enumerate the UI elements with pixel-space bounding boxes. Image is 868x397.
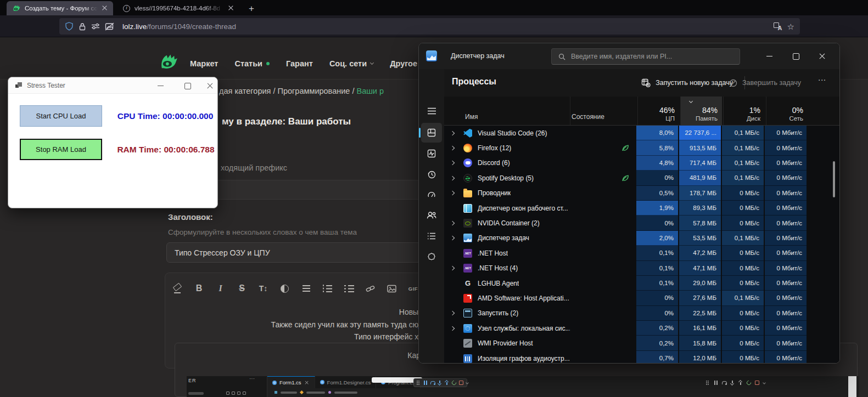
strikethrough-icon[interactable]: S: [237, 283, 247, 294]
close-button[interactable]: [811, 48, 833, 64]
browser-tab-vless[interactable]: vless//1995674b-4218-4d6f-8d: [117, 1, 239, 15]
blocked-content-icon[interactable]: [105, 22, 114, 31]
expand-chevron-icon[interactable]: [450, 311, 455, 315]
vscode-tab[interactable]: Form1.Designer.cs: [315, 376, 377, 388]
expand-chevron-icon[interactable]: [450, 236, 455, 240]
scrollbar-thumb[interactable]: [833, 161, 835, 197]
nav-item-Статьи[interactable]: Статьи: [234, 59, 270, 68]
sidebar-item-users[interactable]: [421, 205, 442, 225]
nav-item-Гарант[interactable]: Гарант: [286, 59, 313, 68]
expand-chevron-icon[interactable]: [450, 146, 455, 150]
remove-format-icon[interactable]: [172, 283, 183, 294]
expand-chevron-icon[interactable]: [450, 326, 455, 331]
run-new-task-button[interactable]: Запустить новую задачу: [637, 75, 737, 90]
expand-chevron-icon[interactable]: [450, 221, 455, 225]
step-into-icon[interactable]: [438, 381, 442, 385]
forum-logo-icon[interactable]: [158, 53, 178, 71]
breadcrumb[interactable]: дая категория / Программирование / Ваши …: [219, 87, 384, 95]
minimize-button[interactable]: [758, 48, 780, 64]
numbered-list-icon[interactable]: [344, 283, 354, 294]
drag-grip-icon[interactable]: [416, 381, 421, 385]
maximize-button[interactable]: [785, 48, 807, 64]
process-row[interactable]: WMI Provider Host 0,2% 15,8 МБ 0 МБ/с 0 …: [446, 336, 807, 350]
stress-titlebar[interactable]: Stress Tester: [8, 77, 217, 94]
column-disk[interactable]: 1% Диск: [723, 97, 765, 125]
gif-icon[interactable]: GIF: [408, 283, 418, 294]
align-icon[interactable]: [301, 283, 311, 294]
url-text[interactable]: lolz.live/forums/1049/create-thread: [122, 22, 769, 31]
image-icon[interactable]: [387, 283, 397, 294]
translate-icon[interactable]: [774, 22, 782, 30]
process-row[interactable]: Узел службы: локальная сис... 0,2% 16,1 …: [446, 321, 807, 336]
stop-icon[interactable]: [459, 381, 463, 385]
step-out-icon[interactable]: [445, 381, 449, 385]
new-tab-button[interactable]: +: [245, 2, 258, 15]
breadcrumb-trail[interactable]: дая категория / Программирование /: [219, 87, 357, 95]
close-button[interactable]: [201, 77, 219, 94]
expand-chevron-icon[interactable]: [450, 266, 455, 270]
sidebar-item-startup-apps[interactable]: [421, 185, 442, 205]
font-size-icon[interactable]: T↕: [258, 283, 268, 294]
more-options-button[interactable]: ...: [818, 73, 826, 82]
process-row[interactable]: Проводник 0,5% 178,7 МБ 0 МБ/с 0 Мбит/с: [446, 186, 807, 201]
chevron-down-icon[interactable]: [466, 381, 469, 385]
process-row[interactable]: Изоляция графов аудиоустр... 0,7% 12,0 М…: [446, 351, 807, 364]
expand-chevron-icon[interactable]: [450, 131, 455, 135]
tm-titlebar[interactable]: Диспетчер задач Введите имя, издателя ил…: [419, 43, 839, 69]
nav-item-Маркет[interactable]: Маркет: [190, 59, 218, 68]
sidebar-item-app-history[interactable]: [421, 165, 442, 184]
process-row[interactable]: .NET Host 0,1% 47,2 МБ 0 МБ/с 0 Мбит/с: [446, 246, 807, 260]
process-row[interactable]: AMD Software: Host Applicati... 0% 27,6 …: [446, 291, 807, 305]
sidebar-item-performance[interactable]: [421, 144, 442, 163]
column-name[interactable]: Имя: [446, 97, 570, 125]
process-row[interactable]: Диспетчер задач 2,0% 53,5 МБ 0,1 МБ/с 0 …: [446, 231, 807, 246]
text-color-icon[interactable]: [279, 283, 290, 294]
tab-close-icon[interactable]: [305, 381, 309, 384]
bullet-list-icon[interactable]: [322, 283, 333, 294]
process-row[interactable]: Запустить (2) 0% 22,5 МБ 0 МБ/с 0 Мбит/с: [446, 306, 807, 321]
column-memory[interactable]: 84% Память: [680, 97, 722, 125]
expand-chevron-icon[interactable]: [450, 191, 455, 195]
process-row[interactable]: Discord (6) 4,8% 717,4 МБ 0,1 МБ/с 0 Мби…: [446, 156, 807, 171]
end-task-button[interactable]: Завершить задачу: [725, 75, 805, 90]
step-over-icon[interactable]: [430, 381, 435, 385]
menu-hamburger-icon[interactable]: [421, 101, 442, 121]
browser-tab-create-thread[interactable]: Создать тему - Форум социал: [7, 1, 113, 15]
process-row[interactable]: .NET Host (4) 0,1% 47,1 МБ 0 МБ/с 0 Мбит…: [446, 261, 807, 276]
process-row[interactable]: Диспетчер окон рабочего ст... 1,9% 89,3 …: [446, 201, 807, 215]
vscode-tab[interactable]: Form1.cs: [267, 376, 315, 388]
expand-chevron-icon[interactable]: [450, 176, 455, 180]
process-row[interactable]: Visual Studio Code (26) 8,0% 22 737,6 ..…: [446, 126, 807, 140]
process-row[interactable]: LGHUB Agent 0,1% 29,0 МБ 0 МБ/с 0 Мбит/с: [446, 276, 807, 291]
maximize-button[interactable]: [176, 77, 198, 94]
stop-ram-load-button[interactable]: Stop RAM Load: [20, 139, 102, 160]
column-network[interactable]: 0% Сеть: [766, 97, 808, 125]
nav-item-Соц. сети[interactable]: Соц. сети: [329, 59, 373, 68]
tm-search-input[interactable]: Введите имя, издателя или PI...: [551, 48, 740, 65]
editor-text[interactable]: Новый Также сидел учил как эту память ту…: [271, 306, 423, 343]
url-bar[interactable]: lolz.live/forums/1049/create-thread ☆: [59, 18, 800, 35]
sidebar-item-details[interactable]: [421, 226, 442, 246]
process-row[interactable]: Spotify Desktop (5) 0% 481,9 МБ 0,1 МБ/с…: [446, 171, 807, 185]
column-status[interactable]: Состояние: [570, 97, 636, 125]
italic-icon[interactable]: I: [215, 283, 226, 294]
expand-chevron-icon[interactable]: [450, 161, 455, 165]
link-icon[interactable]: [365, 283, 376, 294]
bold-icon[interactable]: B: [194, 283, 204, 294]
column-cpu[interactable]: 46% ЦП: [637, 97, 679, 125]
process-row[interactable]: Firefox (12) 5,8% 913,5 МБ 0,1 МБ/с 0 Мб…: [446, 140, 807, 155]
start-cpu-load-button[interactable]: Start CPU Load: [20, 105, 102, 127]
tracking-protection-shield-icon[interactable]: [65, 22, 74, 31]
tab-close-icon[interactable]: [102, 5, 108, 11]
pause-icon[interactable]: [423, 381, 428, 385]
tab-close-icon[interactable]: [228, 5, 234, 11]
sidebar-item-services[interactable]: [421, 247, 442, 266]
bookmark-star-icon[interactable]: ☆: [787, 22, 794, 31]
restart-icon[interactable]: [452, 381, 456, 385]
permissions-icon[interactable]: [91, 22, 100, 30]
sidebar-item-processes[interactable]: [421, 123, 442, 143]
minimize-button[interactable]: [150, 77, 172, 94]
process-row[interactable]: NVIDIA Container (2) 0% 57,8 МБ 0 МБ/с 0…: [446, 215, 807, 230]
lock-icon[interactable]: [79, 22, 86, 31]
task-manager-icon: [426, 50, 437, 61]
